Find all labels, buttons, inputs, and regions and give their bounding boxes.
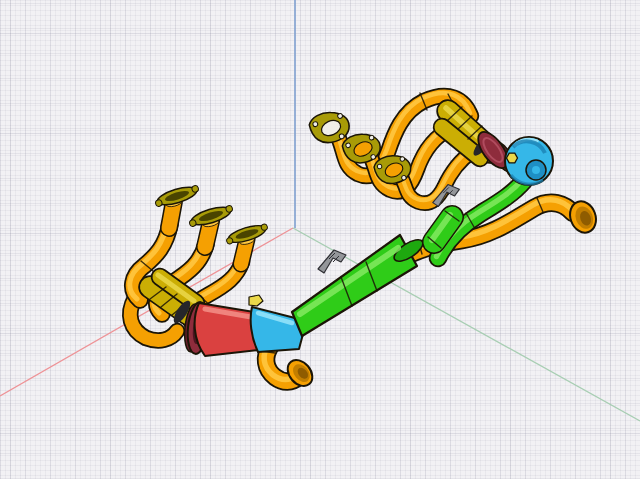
scene-svg <box>0 0 640 479</box>
right-inlet-volute[interactable] <box>505 137 553 185</box>
exhaust-model[interactable] <box>130 93 600 391</box>
drain-plug <box>249 295 263 306</box>
center-muffler-cone[interactable] <box>292 235 426 336</box>
volute-inner-hub <box>532 166 540 174</box>
mounting-bracket-center[interactable] <box>318 250 346 273</box>
drain-plug <box>507 153 518 163</box>
cad-viewport[interactable] <box>0 0 640 479</box>
bracket-plate <box>318 250 346 273</box>
